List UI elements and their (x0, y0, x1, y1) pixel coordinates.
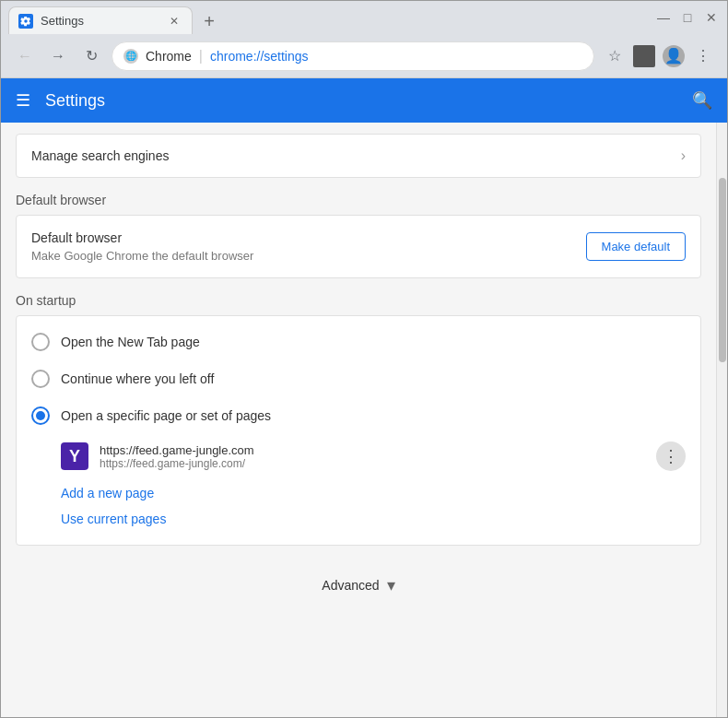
address-bar: ← → ↻ 🌐 Chrome | chrome://settings ☆ 👤 ⋮ (1, 34, 727, 78)
tab-favicon-icon (18, 14, 33, 29)
settings-header: ☰ Settings 🔍 (1, 78, 727, 123)
startup-option-specific-page[interactable]: Open a specific page or set of pages (17, 397, 700, 434)
manage-search-chevron-icon: › (681, 147, 686, 164)
profile-image[interactable] (631, 43, 657, 69)
page-more-button[interactable]: ⋮ (656, 441, 686, 471)
account-button[interactable]: 👤 (661, 43, 687, 69)
url-path: chrome://settings (210, 49, 309, 64)
startup-option-continue-label: Continue where you left off (61, 371, 214, 386)
settings-main: PC Manage search engines › Default brows… (1, 123, 716, 717)
tab-close-button[interactable]: ✕ (166, 13, 182, 29)
url-bar[interactable]: 🌐 Chrome | chrome://settings (112, 41, 594, 71)
page-url-info: https://feed.game-jungle.com https://fee… (100, 443, 645, 470)
radio-selected-dot (36, 411, 45, 420)
scrollbar[interactable] (716, 123, 727, 717)
close-button[interactable]: ✕ (703, 9, 720, 26)
use-current-pages-link[interactable]: Use current pages (61, 508, 686, 530)
advanced-section[interactable]: Advanced ▾ (16, 560, 701, 610)
radio-continue-icon (31, 370, 50, 388)
default-browser-header: Default browser (16, 193, 701, 207)
scrollbar-thumb[interactable] (719, 178, 726, 362)
radio-specific-page-icon (31, 406, 50, 425)
menu-button[interactable]: ⋮ (690, 43, 716, 69)
tab-title: Settings (41, 14, 159, 28)
default-browser-card-title: Default browser (31, 230, 253, 245)
url-favicon-icon: 🌐 (123, 49, 138, 64)
tab-strip: Settings ✕ + (8, 1, 652, 34)
startup-page-entry: Y https://feed.game-jungle.com https://f… (17, 434, 700, 478)
default-browser-card-subtitle: Make Google Chrome the default browser (31, 249, 253, 263)
startup-option-specific-page-label: Open a specific page or set of pages (61, 408, 271, 423)
settings-content: PC Manage search engines › Default brows… (1, 123, 727, 717)
startup-option-new-tab-label: Open the New Tab page (61, 335, 200, 349)
manage-search-label: Manage search engines (31, 148, 169, 163)
on-startup-header: On startup (16, 293, 701, 308)
page-favicon-icon: Y (61, 442, 88, 470)
minimize-button[interactable]: — (655, 9, 672, 26)
address-actions: ☆ 👤 ⋮ (602, 43, 716, 69)
url-domain: Chrome (146, 49, 192, 64)
reload-button[interactable]: ↻ (78, 43, 104, 69)
title-bar: Settings ✕ + — □ ✕ (1, 1, 727, 34)
new-tab-button[interactable]: + (196, 8, 222, 34)
default-browser-info: Default browser Make Google Chrome the d… (31, 230, 253, 263)
page-url-subtitle: https://feed.game-jungle.com/ (100, 457, 645, 470)
bookmark-button[interactable]: ☆ (602, 43, 628, 69)
startup-card: Open the New Tab page Continue where you… (16, 315, 701, 546)
back-button[interactable]: ← (12, 43, 38, 69)
settings-page-title: Settings (45, 91, 677, 111)
advanced-label: Advanced (322, 578, 379, 593)
page-url-title: https://feed.game-jungle.com (100, 443, 645, 457)
maximize-button[interactable]: □ (679, 9, 696, 26)
startup-links: Add a new page Use current pages (17, 478, 700, 537)
content-area: Manage search engines › Default browser … (16, 134, 701, 610)
settings-tab[interactable]: Settings ✕ (8, 6, 193, 34)
window-controls: — □ ✕ (655, 9, 720, 26)
radio-new-tab-icon (31, 333, 50, 351)
forward-button[interactable]: → (45, 43, 71, 69)
default-browser-card: Default browser Make Google Chrome the d… (16, 215, 701, 278)
add-new-page-link[interactable]: Add a new page (61, 482, 686, 504)
make-default-button[interactable]: Make default (586, 232, 686, 261)
browser-window: Settings ✕ + — □ ✕ ← → ↻ 🌐 Chrome | chro… (0, 0, 728, 718)
advanced-chevron-icon: ▾ (387, 575, 395, 595)
manage-search-engines-row[interactable]: Manage search engines › (16, 134, 701, 178)
startup-option-continue[interactable]: Continue where you left off (17, 360, 700, 397)
settings-search-icon[interactable]: 🔍 (692, 90, 712, 111)
hamburger-menu-icon[interactable]: ☰ (16, 90, 30, 111)
startup-option-new-tab[interactable]: Open the New Tab page (17, 324, 700, 360)
